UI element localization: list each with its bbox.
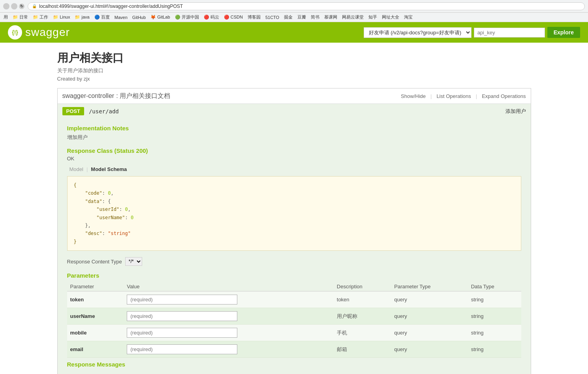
controller-title: swagger-controller : 用户相关接口文档	[62, 92, 171, 100]
param-name-1: userName	[67, 308, 124, 325]
response-class-title: Response Class (Status 200)	[67, 147, 521, 154]
bookmark-juejin[interactable]: 掘金	[282, 14, 295, 21]
explore-button[interactable]: Explore	[547, 27, 580, 38]
swagger-logo: {!} swagger	[8, 25, 70, 39]
param-type-1: query	[391, 308, 468, 325]
bookmark-51cto[interactable]: 51CTO	[263, 15, 281, 20]
browser-controls: ↻	[3, 3, 24, 9]
col-parameter: Parameter	[67, 282, 124, 291]
bookmark-linux[interactable]: 📁 Linux	[51, 14, 72, 20]
bookmark-wyk[interactable]: 网易云课堂	[340, 14, 366, 21]
response-content-type-select[interactable]: */*	[125, 257, 142, 266]
browser-bar: ↻ 🔒 localhost:4999/swagger-ui.html#!/swa…	[0, 0, 588, 13]
bookmark-baidu[interactable]: 🔵 百度	[92, 14, 112, 21]
param-desc-3: 邮箱	[334, 341, 391, 358]
bookmark-work[interactable]: 📁 工作	[31, 14, 50, 21]
url-text: localhost:4999/swagger-ui.html#!/swagger…	[39, 4, 183, 9]
param-type-2: query	[391, 325, 468, 341]
swagger-controls: 好友申请 (/v2/api-docs?group=好友申请) Explore	[364, 27, 580, 38]
param-input-mobile[interactable]	[127, 328, 237, 338]
forward-button[interactable]	[11, 3, 17, 9]
param-value-cell-3	[124, 341, 334, 358]
parameters-table: Parameter Value Description Parameter Ty…	[67, 282, 521, 358]
controller-actions: Show/Hide | List Operations | Expand Ope…	[401, 93, 526, 99]
param-desc-1: 用户昵称	[334, 308, 391, 325]
separator-1: |	[430, 93, 432, 99]
method-badge: POST	[62, 107, 84, 115]
bookmark-zhihu[interactable]: 知乎	[366, 14, 379, 21]
back-button[interactable]	[3, 3, 9, 9]
col-description: Description	[334, 282, 391, 291]
api-selector[interactable]: 好友申请 (/v2/api-docs?group=好友申请)	[364, 27, 472, 38]
param-name-0: token	[67, 291, 124, 308]
bookmark-github[interactable]: GitHub	[130, 15, 148, 20]
bookmark-java[interactable]: 📁 java	[73, 14, 91, 20]
reload-button[interactable]: ↻	[19, 4, 24, 9]
swagger-logo-text: swagger	[25, 26, 70, 39]
param-input-token[interactable]	[127, 295, 237, 304]
table-row: mobile 手机 query string	[67, 325, 521, 341]
param-value-cell-0	[124, 291, 334, 308]
param-datatype-2: string	[468, 325, 521, 341]
param-value-cell-2	[124, 325, 334, 341]
page-subtitle: 关于用户添加的接口	[57, 67, 531, 74]
response-content-type: Response Content Type */*	[67, 257, 521, 266]
param-value-cell-1	[124, 308, 334, 325]
bookmark-jianshu[interactable]: 简书	[309, 14, 321, 21]
param-name-2: mobile	[67, 325, 124, 341]
operation-path: /user/add	[89, 108, 501, 115]
url-bar[interactable]: 🔒 localhost:4999/swagger-ui.html#!/swagg…	[28, 2, 585, 10]
controller-header: swagger-controller : 用户相关接口文档 Show/Hide …	[58, 88, 531, 104]
bookmark-daily[interactable]: 📁 日常	[11, 14, 30, 21]
page-title-section: 用户相关接口 关于用户添加的接口 Created by zjx	[57, 51, 531, 82]
table-row: token token query string	[67, 291, 521, 308]
col-param-type: Parameter Type	[391, 282, 468, 291]
swagger-logo-icon: {!}	[8, 25, 22, 39]
param-input-email[interactable]	[127, 344, 237, 354]
bookmark-douban[interactable]: 豆瓣	[295, 14, 308, 21]
param-type-3: query	[391, 341, 468, 358]
col-data-type: Data Type	[468, 282, 521, 291]
operation-row[interactable]: POST /user/add 添加用户	[58, 104, 531, 118]
param-input-userName[interactable]	[127, 311, 237, 321]
model-tab-separator: |	[86, 165, 88, 173]
param-desc-0: token	[334, 291, 391, 308]
bookmark-imooc[interactable]: 慕课网	[322, 14, 339, 21]
api-key-input[interactable]	[474, 28, 545, 38]
controller-section: swagger-controller : 用户相关接口文档 Show/Hide …	[57, 88, 531, 374]
bookmark-gitlab[interactable]: 🦊 GitLab	[148, 14, 172, 20]
bookmark-yong[interactable]: 用	[2, 14, 10, 21]
impl-notes-title: Implementation Notes	[67, 125, 521, 132]
param-name-3: email	[67, 341, 124, 358]
param-datatype-3: string	[468, 341, 521, 358]
bookmark-csdn[interactable]: 🔴 CSDN	[222, 14, 245, 20]
param-type-0: query	[391, 291, 468, 308]
swagger-header: {!} swagger 好友申请 (/v2/api-docs?group=好友申…	[0, 22, 588, 43]
model-tab[interactable]: Model	[67, 165, 86, 173]
expand-operations-link[interactable]: Expand Operations	[482, 93, 526, 99]
operation-detail: Implementation Notes 增加用户 Response Class…	[58, 118, 531, 374]
response-messages-title: Response Messages	[67, 361, 521, 368]
separator-2: |	[476, 93, 477, 99]
param-datatype-1: string	[468, 308, 521, 325]
parameters-title: Parameters	[67, 272, 521, 279]
bookmark-gitee[interactable]: 🔴 码云	[202, 14, 221, 21]
model-schema-tab[interactable]: Model Schema	[88, 165, 129, 173]
param-desc-2: 手机	[334, 325, 391, 341]
col-value: Value	[124, 282, 334, 291]
bookmark-urls[interactable]: 网址大全	[380, 14, 401, 21]
bookmark-oschina[interactable]: 🟢 开源中国	[173, 14, 201, 21]
impl-notes-text: 增加用户	[67, 134, 521, 141]
bookmark-taobao[interactable]: 淘宝	[402, 14, 415, 21]
bookmark-maven[interactable]: Maven	[113, 15, 130, 20]
bookmark-cnblog[interactable]: 博客园	[246, 14, 263, 21]
param-datatype-0: string	[468, 291, 521, 308]
operation-summary: 添加用户	[505, 108, 526, 115]
operation-container: POST /user/add 添加用户 Implementation Notes…	[58, 104, 531, 374]
page-author: Created by zjx	[57, 76, 531, 82]
bookmarks-bar: 用 📁 日常 📁 工作 📁 Linux 📁 java 🔵 百度 Maven Gi…	[0, 13, 588, 22]
show-hide-link[interactable]: Show/Hide	[401, 93, 426, 99]
page-title: 用户相关接口	[57, 51, 531, 66]
json-block: { "code": 0, "data": { "userId": 0, "use…	[67, 176, 521, 251]
list-operations-link[interactable]: List Operations	[436, 93, 471, 99]
